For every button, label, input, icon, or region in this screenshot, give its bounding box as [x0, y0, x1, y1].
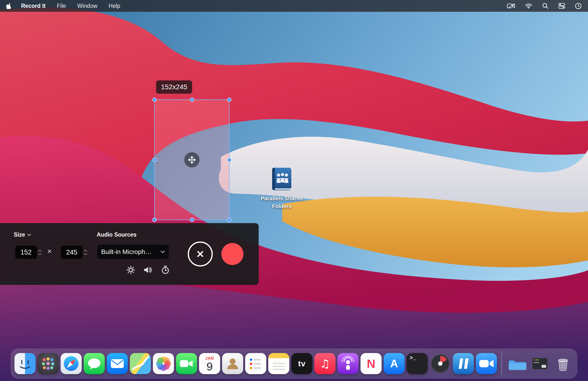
photos-pinwheel-icon	[153, 353, 174, 374]
record-it-camera-icon	[476, 353, 497, 374]
audio-source-dropdown[interactable]: Built-in Microph…	[97, 245, 169, 259]
dock-item-news[interactable]: N	[360, 353, 382, 374]
menu-file[interactable]: File	[57, 3, 66, 9]
resize-handle-ne[interactable]	[227, 97, 231, 102]
move-arrows-icon	[187, 155, 197, 165]
news-logo-glyph: N	[367, 357, 376, 370]
spotlight-search-icon[interactable]	[542, 3, 548, 9]
video-camera-icon	[176, 353, 197, 374]
dock-item-app-store[interactable]: A	[384, 353, 405, 374]
dock-item-safari[interactable]	[61, 353, 82, 374]
size-section[interactable]: Size	[14, 231, 31, 238]
active-app-name[interactable]: Record It	[21, 3, 46, 9]
move-selection-button[interactable]	[184, 152, 200, 168]
resize-handle-n[interactable]	[190, 97, 194, 102]
wifi-icon[interactable]	[525, 3, 532, 9]
maps-road-icon	[130, 353, 151, 374]
dock-item-notes[interactable]	[268, 353, 289, 374]
dock-item-trash[interactable]	[552, 353, 573, 374]
music-note-glyph: ♫	[320, 357, 330, 370]
dock-item-tv[interactable]: tv	[291, 353, 312, 374]
terminal-prompt-glyph: >_	[410, 355, 416, 361]
menu-bar-left: Record It File Window Help	[6, 2, 131, 10]
resize-handle-se[interactable]	[227, 218, 231, 222]
dock-item-photos[interactable]	[153, 353, 174, 374]
chevron-down-icon	[27, 234, 31, 236]
calendar-day-label: 9	[206, 361, 213, 372]
menu-bar-status-area	[507, 2, 582, 9]
size-section-label: Size	[14, 231, 25, 238]
stepper-up-icon[interactable]	[84, 249, 87, 252]
dock-item-parallels-desktop[interactable]	[453, 353, 474, 374]
volume-button[interactable]	[142, 264, 153, 276]
dock-item-record-it[interactable]	[476, 353, 497, 374]
resize-handle-sw[interactable]	[152, 218, 157, 222]
apple-menu[interactable]	[6, 2, 13, 10]
dock-item-circular-utility-app[interactable]	[430, 353, 451, 374]
width-input[interactable]: 152	[15, 246, 37, 259]
folder-icon	[506, 353, 527, 374]
tv-logo-glyph: tv	[298, 359, 306, 368]
dock-item-podcasts[interactable]	[337, 353, 358, 374]
menu-window[interactable]: Window	[77, 3, 97, 9]
speaker-icon	[143, 265, 152, 275]
dock-separator	[501, 352, 502, 375]
screen: Record It File Window Help	[0, 0, 588, 381]
chevron-down-icon	[161, 250, 165, 253]
dock-item-messages[interactable]	[84, 353, 105, 374]
menu-bar: Record It File Window Help	[0, 0, 588, 12]
dock-item-terminal[interactable]: >_	[407, 353, 428, 374]
resize-handle-s[interactable]	[190, 218, 194, 222]
close-icon	[195, 248, 206, 259]
dock-item-contacts[interactable]	[222, 353, 243, 374]
dock-item-reminders[interactable]	[245, 353, 266, 374]
dock-item-mail[interactable]	[107, 353, 128, 374]
resize-handle-e[interactable]	[227, 158, 231, 162]
dock: JAN 9 tv ♫	[11, 349, 577, 379]
circular-gauge-icon	[430, 353, 451, 374]
shared-folders-book-icon	[256, 166, 308, 193]
stepper-down-icon[interactable]	[38, 253, 42, 255]
menu-help[interactable]: Help	[109, 3, 120, 9]
capture-selection-region[interactable]	[154, 99, 230, 220]
dock-item-minimized-window[interactable]	[529, 353, 550, 374]
apple-logo-icon	[6, 3, 12, 9]
timer-clock-icon	[161, 265, 170, 275]
height-input[interactable]: 245	[61, 246, 83, 259]
stepper-down-icon[interactable]	[84, 253, 87, 255]
cancel-button[interactable]	[188, 242, 213, 267]
height-stepper	[83, 246, 88, 259]
recording-control-panel: Size 152 × 245 Audio Sources Built-in Mi…	[0, 223, 259, 285]
resize-handle-w[interactable]	[152, 158, 157, 162]
width-stepper	[37, 246, 43, 259]
dock-item-finder[interactable]	[15, 353, 36, 374]
dock-item-calendar[interactable]: JAN 9	[199, 353, 220, 374]
notes-lines-icon	[268, 353, 289, 374]
dock-item-launchpad[interactable]	[38, 353, 59, 374]
minimized-window-icon	[529, 353, 550, 374]
video-camera-icon[interactable]	[507, 2, 515, 9]
stepper-up-icon[interactable]	[38, 249, 42, 252]
parallels-bars-icon	[453, 353, 474, 374]
dock-item-maps[interactable]	[130, 353, 151, 374]
settings-button[interactable]	[125, 264, 136, 276]
clock-icon[interactable]	[575, 3, 582, 9]
resize-handle-nw[interactable]	[152, 97, 157, 102]
trash-icon	[552, 353, 573, 374]
control-center-icon[interactable]	[558, 3, 565, 9]
finder-face-icon	[15, 353, 36, 374]
audio-sources-label: Audio Sources	[97, 231, 136, 238]
gear-icon	[126, 265, 135, 275]
speech-bubble-icon	[84, 353, 105, 374]
safari-compass-icon	[61, 353, 82, 374]
timer-button[interactable]	[160, 264, 171, 276]
person-silhouette-icon	[222, 353, 243, 374]
record-button[interactable]	[221, 243, 243, 265]
dock-item-music[interactable]: ♫	[314, 353, 336, 374]
dimensions-times-symbol: ×	[47, 247, 52, 255]
envelope-icon	[107, 353, 128, 374]
app-store-logo-glyph: A	[390, 358, 398, 370]
dock-item-facetime[interactable]	[176, 353, 197, 374]
desktop-icon-parallels-shared-folders[interactable]: Parallels Shared Folders	[256, 166, 308, 210]
dock-item-downloads-folder[interactable]	[506, 353, 527, 374]
